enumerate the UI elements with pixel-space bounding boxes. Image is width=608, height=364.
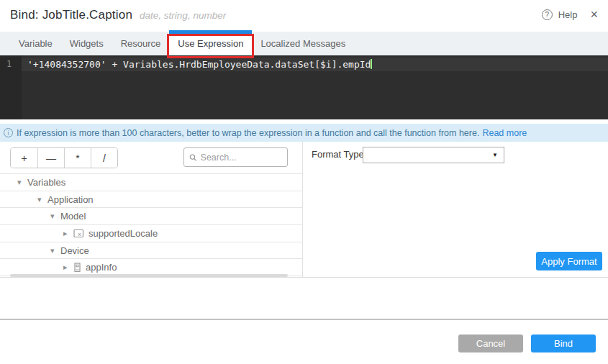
tab-bar: VariableWidgetsResourceUse ExpressionLoc… [0, 32, 608, 55]
info-text: If expression is more than 100 character… [17, 128, 479, 138]
tree-item-label: Model [60, 211, 86, 222]
format-type-dropdown[interactable]: ▼ [363, 147, 504, 163]
tree-item-label: Device [60, 245, 89, 256]
format-panel: Format Type ▼ Apply Format [303, 142, 608, 278]
tree-item-label: appInfo [86, 262, 117, 273]
tab-widgets[interactable]: Widgets [61, 32, 112, 55]
variable-tree: ▾Variables▾Application▾Model▸xsupportedL… [0, 173, 302, 276]
tree-item-model[interactable]: ▾Model [0, 208, 302, 225]
tree-item-variables[interactable]: ▾Variables [0, 174, 302, 191]
caret-down-icon[interactable]: ▾ [50, 211, 60, 221]
array-icon: x [73, 229, 84, 238]
expression-text: '+14084352700' + Variables.HrdbEmployeeD… [27, 59, 371, 70]
minus-operator-button[interactable]: — [37, 148, 64, 168]
search-input[interactable] [201, 153, 282, 163]
tree-item-label: Variables [27, 177, 65, 188]
variable-tree-panel: +—*/ ▾Variables▾Application▾Model▸xsuppo… [0, 142, 303, 278]
operator-button-group: +—*/ [10, 147, 118, 168]
search-box[interactable] [183, 147, 288, 167]
tab-variable[interactable]: Variable [10, 32, 61, 55]
dialog-header: Bind: JobTitle.Caption date, string, num… [0, 0, 608, 32]
text-cursor [371, 59, 372, 69]
help-button[interactable]: Help [558, 9, 578, 20]
chevron-down-icon: ▼ [492, 152, 498, 158]
svg-text:x: x [78, 231, 81, 237]
object-icon [73, 263, 81, 273]
divide-operator-button[interactable]: / [91, 148, 117, 168]
info-icon: i [4, 128, 13, 137]
page-title: Bind: JobTitle.Caption [10, 8, 132, 22]
bind-button[interactable]: Bind [531, 335, 596, 352]
tab-localized-messages[interactable]: Localized Messages [252, 32, 354, 55]
tree-item-supportedlocale[interactable]: ▸xsupportedLocale [0, 225, 302, 242]
caret-down-icon[interactable]: ▾ [37, 195, 47, 204]
tree-item-label: supportedLocale [89, 228, 158, 239]
code-line[interactable]: '+14084352700' + Variables.HrdbEmployeeD… [22, 58, 608, 71]
expression-code-editor[interactable]: 1 '+14084352700' + Variables.HrdbEmploye… [0, 55, 608, 119]
title-row: Bind: JobTitle.Caption date, string, num… [10, 8, 226, 22]
bind-type-hint: date, string, number [140, 10, 226, 21]
read-more-link[interactable]: Read more [482, 128, 527, 138]
multiply-operator-button[interactable]: * [64, 148, 91, 168]
tab-use-expression[interactable]: Use Expression [169, 32, 252, 55]
close-icon[interactable]: × [590, 9, 598, 20]
tab-resource[interactable]: Resource [112, 32, 170, 55]
tree-item-device[interactable]: ▾Device [0, 242, 302, 260]
info-bar: i If expression is more than 100 charact… [0, 124, 608, 142]
line-number: 1 [6, 58, 12, 71]
apply-format-button[interactable]: Apply Format [536, 252, 602, 270]
footer-divider [0, 319, 608, 320]
format-type-label: Format Type [312, 149, 364, 160]
main-area: +—*/ ▾Variables▾Application▾Model▸xsuppo… [0, 142, 608, 278]
caret-down-icon[interactable]: ▾ [17, 178, 27, 187]
caret-right-icon[interactable]: ▸ [63, 263, 73, 272]
horizontal-scrollbar[interactable] [10, 274, 288, 277]
caret-right-icon[interactable]: ▸ [63, 229, 73, 238]
caret-down-icon[interactable]: ▾ [50, 246, 60, 255]
plus-operator-button[interactable]: + [11, 148, 37, 168]
cancel-button[interactable]: Cancel [458, 335, 523, 352]
tree-item-application[interactable]: ▾Application [0, 191, 302, 209]
search-icon [189, 153, 197, 162]
help-icon[interactable]: ? [542, 9, 553, 20]
tree-item-label: Application [47, 194, 94, 205]
